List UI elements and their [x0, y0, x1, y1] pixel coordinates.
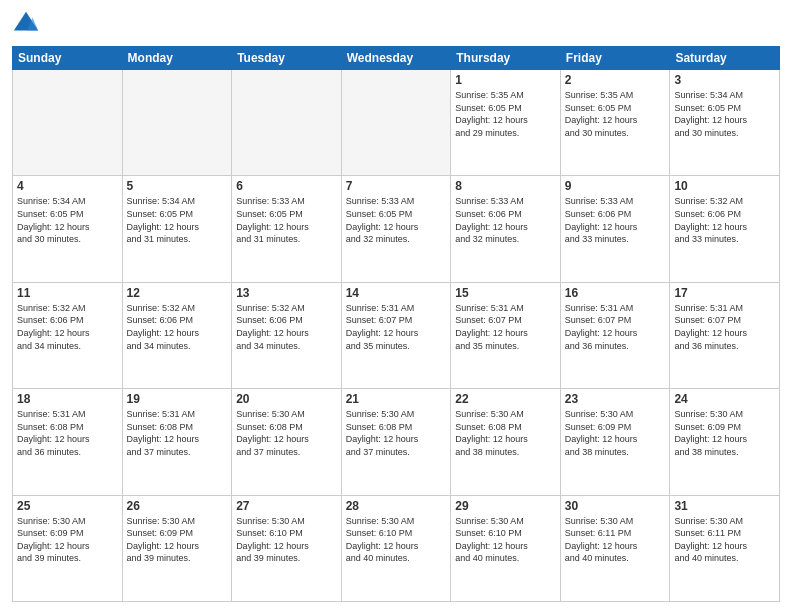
week-row-4: 18Sunrise: 5:31 AMSunset: 6:08 PMDayligh…	[13, 389, 780, 495]
day-number: 23	[565, 392, 666, 406]
calendar-header-wednesday: Wednesday	[341, 47, 451, 70]
day-info: Sunrise: 5:31 AMSunset: 6:07 PMDaylight:…	[346, 302, 447, 352]
day-info: Sunrise: 5:32 AMSunset: 6:06 PMDaylight:…	[236, 302, 337, 352]
calendar-cell: 6Sunrise: 5:33 AMSunset: 6:05 PMDaylight…	[232, 176, 342, 282]
calendar-cell	[232, 70, 342, 176]
day-number: 8	[455, 179, 556, 193]
calendar-cell: 30Sunrise: 5:30 AMSunset: 6:11 PMDayligh…	[560, 495, 670, 601]
day-info: Sunrise: 5:30 AMSunset: 6:09 PMDaylight:…	[17, 515, 118, 565]
calendar-cell: 11Sunrise: 5:32 AMSunset: 6:06 PMDayligh…	[13, 282, 123, 388]
day-info: Sunrise: 5:30 AMSunset: 6:10 PMDaylight:…	[455, 515, 556, 565]
day-number: 21	[346, 392, 447, 406]
day-info: Sunrise: 5:30 AMSunset: 6:11 PMDaylight:…	[565, 515, 666, 565]
calendar-header-sunday: Sunday	[13, 47, 123, 70]
calendar-header-monday: Monday	[122, 47, 232, 70]
calendar-cell: 22Sunrise: 5:30 AMSunset: 6:08 PMDayligh…	[451, 389, 561, 495]
calendar-header-tuesday: Tuesday	[232, 47, 342, 70]
calendar-table: SundayMondayTuesdayWednesdayThursdayFrid…	[12, 46, 780, 602]
day-number: 2	[565, 73, 666, 87]
day-info: Sunrise: 5:34 AMSunset: 6:05 PMDaylight:…	[127, 195, 228, 245]
day-info: Sunrise: 5:30 AMSunset: 6:09 PMDaylight:…	[565, 408, 666, 458]
calendar-header-thursday: Thursday	[451, 47, 561, 70]
day-info: Sunrise: 5:32 AMSunset: 6:06 PMDaylight:…	[127, 302, 228, 352]
calendar-cell: 5Sunrise: 5:34 AMSunset: 6:05 PMDaylight…	[122, 176, 232, 282]
day-info: Sunrise: 5:30 AMSunset: 6:11 PMDaylight:…	[674, 515, 775, 565]
calendar-cell: 4Sunrise: 5:34 AMSunset: 6:05 PMDaylight…	[13, 176, 123, 282]
day-number: 15	[455, 286, 556, 300]
day-number: 19	[127, 392, 228, 406]
day-info: Sunrise: 5:33 AMSunset: 6:05 PMDaylight:…	[236, 195, 337, 245]
day-info: Sunrise: 5:34 AMSunset: 6:05 PMDaylight:…	[17, 195, 118, 245]
day-info: Sunrise: 5:31 AMSunset: 6:08 PMDaylight:…	[17, 408, 118, 458]
day-info: Sunrise: 5:32 AMSunset: 6:06 PMDaylight:…	[17, 302, 118, 352]
calendar-cell: 13Sunrise: 5:32 AMSunset: 6:06 PMDayligh…	[232, 282, 342, 388]
day-number: 31	[674, 499, 775, 513]
day-number: 12	[127, 286, 228, 300]
calendar-cell	[13, 70, 123, 176]
day-info: Sunrise: 5:30 AMSunset: 6:09 PMDaylight:…	[674, 408, 775, 458]
day-info: Sunrise: 5:33 AMSunset: 6:06 PMDaylight:…	[565, 195, 666, 245]
day-number: 28	[346, 499, 447, 513]
day-number: 29	[455, 499, 556, 513]
day-number: 18	[17, 392, 118, 406]
day-number: 13	[236, 286, 337, 300]
day-number: 1	[455, 73, 556, 87]
calendar-cell: 16Sunrise: 5:31 AMSunset: 6:07 PMDayligh…	[560, 282, 670, 388]
day-info: Sunrise: 5:30 AMSunset: 6:08 PMDaylight:…	[346, 408, 447, 458]
calendar-cell: 1Sunrise: 5:35 AMSunset: 6:05 PMDaylight…	[451, 70, 561, 176]
calendar-cell: 29Sunrise: 5:30 AMSunset: 6:10 PMDayligh…	[451, 495, 561, 601]
day-info: Sunrise: 5:32 AMSunset: 6:06 PMDaylight:…	[674, 195, 775, 245]
calendar-cell: 3Sunrise: 5:34 AMSunset: 6:05 PMDaylight…	[670, 70, 780, 176]
day-number: 24	[674, 392, 775, 406]
day-info: Sunrise: 5:30 AMSunset: 6:10 PMDaylight:…	[346, 515, 447, 565]
day-info: Sunrise: 5:33 AMSunset: 6:05 PMDaylight:…	[346, 195, 447, 245]
day-info: Sunrise: 5:31 AMSunset: 6:07 PMDaylight:…	[674, 302, 775, 352]
calendar-header-row: SundayMondayTuesdayWednesdayThursdayFrid…	[13, 47, 780, 70]
day-number: 5	[127, 179, 228, 193]
day-info: Sunrise: 5:31 AMSunset: 6:08 PMDaylight:…	[127, 408, 228, 458]
header	[12, 10, 780, 38]
day-number: 9	[565, 179, 666, 193]
day-number: 11	[17, 286, 118, 300]
day-number: 17	[674, 286, 775, 300]
calendar-header-friday: Friday	[560, 47, 670, 70]
day-info: Sunrise: 5:30 AMSunset: 6:08 PMDaylight:…	[455, 408, 556, 458]
day-info: Sunrise: 5:30 AMSunset: 6:10 PMDaylight:…	[236, 515, 337, 565]
calendar-cell: 27Sunrise: 5:30 AMSunset: 6:10 PMDayligh…	[232, 495, 342, 601]
calendar-cell	[341, 70, 451, 176]
day-info: Sunrise: 5:34 AMSunset: 6:05 PMDaylight:…	[674, 89, 775, 139]
calendar-cell: 18Sunrise: 5:31 AMSunset: 6:08 PMDayligh…	[13, 389, 123, 495]
calendar-cell: 12Sunrise: 5:32 AMSunset: 6:06 PMDayligh…	[122, 282, 232, 388]
calendar-cell: 24Sunrise: 5:30 AMSunset: 6:09 PMDayligh…	[670, 389, 780, 495]
day-number: 7	[346, 179, 447, 193]
day-number: 3	[674, 73, 775, 87]
day-info: Sunrise: 5:35 AMSunset: 6:05 PMDaylight:…	[565, 89, 666, 139]
page: SundayMondayTuesdayWednesdayThursdayFrid…	[0, 0, 792, 612]
day-number: 20	[236, 392, 337, 406]
day-number: 10	[674, 179, 775, 193]
day-number: 25	[17, 499, 118, 513]
calendar-cell: 19Sunrise: 5:31 AMSunset: 6:08 PMDayligh…	[122, 389, 232, 495]
logo-icon	[12, 10, 40, 38]
calendar-header-saturday: Saturday	[670, 47, 780, 70]
calendar-cell: 26Sunrise: 5:30 AMSunset: 6:09 PMDayligh…	[122, 495, 232, 601]
calendar-cell: 21Sunrise: 5:30 AMSunset: 6:08 PMDayligh…	[341, 389, 451, 495]
week-row-1: 1Sunrise: 5:35 AMSunset: 6:05 PMDaylight…	[13, 70, 780, 176]
week-row-2: 4Sunrise: 5:34 AMSunset: 6:05 PMDaylight…	[13, 176, 780, 282]
week-row-5: 25Sunrise: 5:30 AMSunset: 6:09 PMDayligh…	[13, 495, 780, 601]
calendar-cell: 8Sunrise: 5:33 AMSunset: 6:06 PMDaylight…	[451, 176, 561, 282]
day-info: Sunrise: 5:30 AMSunset: 6:08 PMDaylight:…	[236, 408, 337, 458]
calendar-cell: 23Sunrise: 5:30 AMSunset: 6:09 PMDayligh…	[560, 389, 670, 495]
logo	[12, 10, 44, 38]
day-number: 6	[236, 179, 337, 193]
day-info: Sunrise: 5:33 AMSunset: 6:06 PMDaylight:…	[455, 195, 556, 245]
calendar-cell: 7Sunrise: 5:33 AMSunset: 6:05 PMDaylight…	[341, 176, 451, 282]
day-number: 16	[565, 286, 666, 300]
week-row-3: 11Sunrise: 5:32 AMSunset: 6:06 PMDayligh…	[13, 282, 780, 388]
day-info: Sunrise: 5:31 AMSunset: 6:07 PMDaylight:…	[455, 302, 556, 352]
calendar-cell: 2Sunrise: 5:35 AMSunset: 6:05 PMDaylight…	[560, 70, 670, 176]
day-number: 27	[236, 499, 337, 513]
calendar-cell: 31Sunrise: 5:30 AMSunset: 6:11 PMDayligh…	[670, 495, 780, 601]
calendar-cell: 10Sunrise: 5:32 AMSunset: 6:06 PMDayligh…	[670, 176, 780, 282]
day-number: 30	[565, 499, 666, 513]
